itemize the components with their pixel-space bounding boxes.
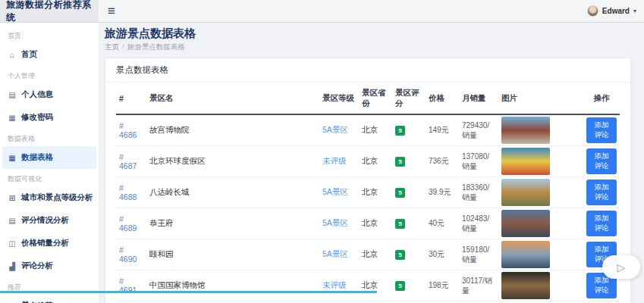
province: 北京 (359, 208, 392, 239)
sidebar-group-home: 首页 (0, 26, 99, 43)
level-link[interactable]: 5A景区 (319, 177, 359, 208)
col-header-id: # (116, 83, 146, 114)
level-link[interactable]: 未评级 (319, 146, 359, 177)
col-header-rating: 景区评分 (392, 83, 426, 114)
row-id[interactable]: # 4691 (116, 270, 146, 301)
row-id[interactable]: # 4687 (116, 146, 146, 177)
monthly-sales: 30117/销量 (459, 270, 498, 301)
user-icon: ▤ (8, 91, 17, 99)
page-title: 旅游景点数据表格 (105, 27, 631, 40)
monthly-sales: 183360/销量 (459, 177, 498, 208)
level-link[interactable]: 5A景区 (319, 239, 359, 270)
table-row: # 4689 恭王府 5A景区 北京 5 40元 102483/销量 添加评论 (116, 208, 620, 239)
row-id[interactable]: # 4689 (116, 208, 146, 239)
card-title: 景点数据表格 (105, 58, 630, 83)
col-header-level: 景区等级 (319, 83, 359, 114)
add-comment-button[interactable]: 添加评论 (586, 180, 617, 205)
sidebar-group-personal: 个人管理 (0, 66, 99, 83)
col-header-sales: 月销量 (459, 83, 498, 114)
price: 39.9元 (426, 177, 459, 208)
col-header-actions: 操作 (583, 83, 620, 114)
rating-badge: 5 (395, 219, 405, 229)
sidebar-item-recommendation[interactable]: ▣ 景点推荐 (0, 295, 99, 303)
video-progress-bar (0, 291, 377, 293)
attraction-photo (501, 179, 550, 206)
monthly-sales: 102483/销量 (459, 208, 498, 239)
hamburger-menu-icon[interactable]: ≡ (108, 5, 115, 17)
monthly-sales: 729430/销量 (459, 114, 498, 146)
province: 北京 (359, 146, 392, 177)
chart-bar-icon: ▟ (8, 262, 17, 270)
add-comment-button[interactable]: 添加评论 (586, 117, 617, 143)
attraction-photo (501, 272, 550, 299)
chevron-down-icon: ▾ (633, 8, 636, 14)
breadcrumb-current: 旅游景点数据表格 (127, 42, 185, 51)
attraction-name: 颐和园 (146, 239, 319, 270)
monthly-sales: 159180/销量 (459, 239, 498, 270)
sidebar-item-label: 城市和景点等级分析 (21, 192, 93, 203)
rating-badge: 5 (395, 157, 405, 167)
sidebar-item-city-level-analysis[interactable]: ⊞ 城市和景点等级分析 (0, 186, 99, 209)
sidebar-item-label: 评论分析 (21, 261, 53, 271)
province: 北京 (359, 114, 392, 146)
price: 40元 (426, 208, 459, 239)
monthly-sales: 137080/销量 (459, 146, 498, 177)
sidebar-item-profile[interactable]: ▤ 个人信息 (0, 83, 99, 106)
sidebar-item-rating-analysis[interactable]: ▤ 评分情况分析 (0, 209, 99, 232)
level-link[interactable]: 未评级 (319, 270, 359, 301)
sidebar-item-comment-analysis[interactable]: ▟ 评论分析 (0, 255, 99, 277)
sidebar-item-change-password[interactable]: ▦ 修改密码 (0, 106, 99, 129)
rating-badge: 5 (395, 126, 405, 136)
sidebar-item-home[interactable]: ⌂ 首页 (0, 43, 99, 66)
data-table-card: 景点数据表格 # 景区名 景区等级 景区省份 景区评分 价格 月销量 图片 操作 (105, 58, 631, 303)
sidebar-item-data-table[interactable]: ▦ 数据表格 (2, 146, 96, 169)
rating-badge: 5 (395, 281, 405, 291)
province: 北京 (359, 270, 392, 301)
rating-badge: 5 (395, 188, 405, 198)
breadcrumb-home[interactable]: 主页 (105, 42, 119, 51)
user-menu[interactable]: Edward ▾ (587, 5, 636, 17)
lock-icon: ▦ (8, 114, 17, 122)
play-icon: ▷ (617, 261, 626, 273)
table-row: # 4687 北京环球度假区 未评级 北京 5 736元 137080/销量 添… (116, 146, 620, 177)
main-content: 旅游景点数据表格 主页/旅游景点数据表格 景点数据表格 # 景区名 景区等级 景… (99, 23, 644, 303)
add-comment-button[interactable]: 添加评论 (586, 148, 617, 174)
sidebar-item-label: 数据表格 (21, 152, 53, 163)
sidebar-item-label: 修改密码 (21, 112, 53, 123)
row-id[interactable]: # 4690 (116, 239, 146, 270)
sidebar-item-label: 评分情况分析 (21, 215, 69, 226)
table-row: # 4688 八达岭长城 5A景区 北京 5 39.9元 183360/销量 添… (116, 177, 620, 208)
sidebar-item-label: 首页 (21, 49, 37, 60)
top-bar: 旅游数据分析推荐系统 ≡ Edward ▾ (0, 0, 644, 23)
add-comment-button[interactable]: 添加评论 (586, 211, 617, 236)
price: 198元 (426, 270, 459, 301)
sidebar-item-label: 价格销量分析 (21, 238, 69, 248)
app-logo[interactable]: 旅游数据分析推荐系统 (0, 0, 99, 22)
attraction-photo (501, 210, 550, 237)
attraction-name: 八达岭长城 (146, 177, 319, 208)
video-overlay-play-button[interactable]: ▷ (602, 255, 640, 279)
attractions-table: # 景区名 景区等级 景区省份 景区评分 价格 月销量 图片 操作 # 4686 (116, 83, 620, 303)
level-link[interactable]: 5A景区 (319, 114, 359, 146)
sidebar-item-label: 个人信息 (21, 89, 53, 100)
row-id[interactable]: # 4688 (116, 177, 146, 208)
province: 北京 (359, 239, 392, 270)
attraction-photo (501, 148, 550, 175)
avatar[interactable] (587, 5, 598, 17)
price: 736元 (426, 146, 459, 177)
level-link[interactable]: 5A景区 (319, 208, 359, 239)
sidebar: 首页 ⌂ 首页 个人管理 ▤ 个人信息 ▦ 修改密码 数据表格 ▦ 数据表格 数… (0, 23, 99, 303)
attraction-photo (501, 241, 550, 268)
attraction-name: 恭王府 (146, 208, 319, 239)
row-id[interactable]: # 4686 (116, 114, 146, 146)
table-row: # 4690 颐和园 5A景区 北京 5 30元 159180/销量 添加评论 (116, 239, 620, 270)
rating-badge: 5 (395, 250, 405, 260)
col-header-province: 景区省份 (359, 83, 392, 114)
username: Edward (602, 7, 630, 15)
table-header-row: # 景区名 景区等级 景区省份 景区评分 价格 月销量 图片 操作 (116, 83, 620, 114)
col-header-name: 景区名 (146, 83, 319, 114)
chart-grid-icon: ⊞ (8, 194, 17, 202)
sidebar-item-price-sales-analysis[interactable]: ◫ 价格销量分析 (0, 232, 99, 255)
table-icon: ▦ (8, 154, 17, 162)
price: 149元 (426, 114, 459, 146)
